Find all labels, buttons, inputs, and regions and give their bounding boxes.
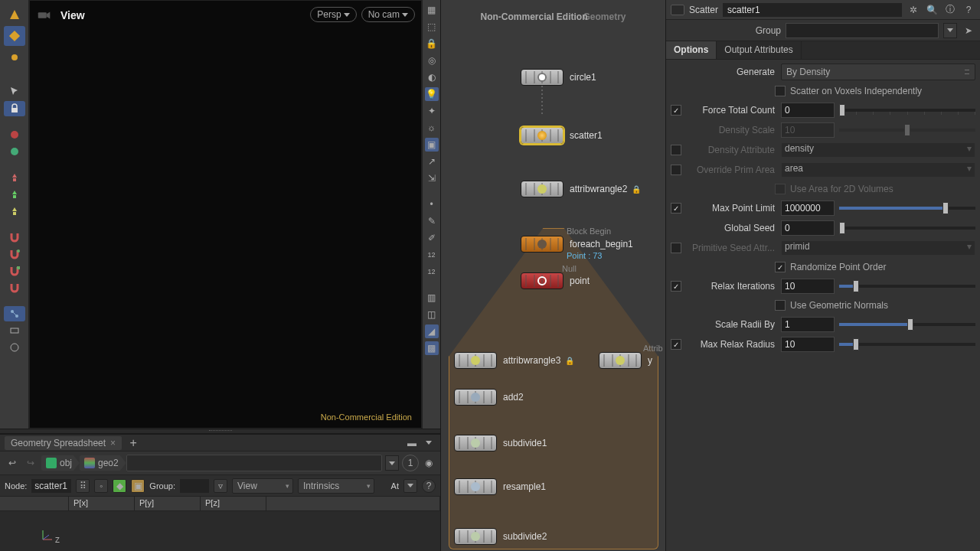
node-circle1[interactable]: circle1: [521, 69, 596, 86]
comp-verts-icon[interactable]: ◦: [94, 479, 108, 493]
tool-box-icon[interactable]: [4, 26, 25, 46]
relax-iter-slider[interactable]: [839, 279, 975, 294]
persp-button[interactable]: Persp: [310, 7, 356, 22]
rail-grid-icon[interactable]: ▥: [425, 291, 439, 305]
path-field[interactable]: [126, 455, 382, 471]
rail-lock-icon[interactable]: 🔒: [425, 37, 439, 51]
rail-pen-icon[interactable]: ✐: [425, 231, 439, 245]
node-resample1[interactable]: resample1: [454, 478, 546, 495]
group-filter-field[interactable]: [180, 479, 209, 493]
link-icon[interactable]: ◉: [422, 456, 436, 470]
tool-misc-icon[interactable]: [4, 340, 25, 355]
path-obj[interactable]: obj: [41, 455, 80, 471]
spreadsheet-body[interactable]: [0, 511, 440, 551]
global-seed-field[interactable]: [781, 220, 835, 236]
rail-lightrig-icon[interactable]: ☼: [425, 121, 439, 135]
tab-close-icon[interactable]: ×: [110, 438, 116, 448]
intrinsics-select[interactable]: Intrinsics: [298, 478, 374, 494]
randomize-check[interactable]: ✓: [775, 262, 786, 272]
force-total-slider[interactable]: [839, 103, 975, 118]
tool-char-a-icon[interactable]: [4, 170, 25, 185]
node-scatter1[interactable]: scatter1: [521, 127, 603, 144]
node-subdivide1[interactable]: subdivide1: [454, 435, 547, 452]
scale-radii-slider[interactable]: [839, 317, 975, 332]
rail-12a-icon[interactable]: 12: [425, 248, 439, 262]
force-total-field[interactable]: [781, 103, 835, 118]
gear-icon[interactable]: ✲: [906, 3, 920, 17]
pane-max-icon[interactable]: [422, 436, 436, 450]
rail-collapse-icon[interactable]: ⇲: [425, 171, 439, 185]
tool-char-c-icon[interactable]: [4, 204, 25, 219]
comp-detail-icon[interactable]: ▣: [131, 479, 145, 493]
rail-ghost-icon[interactable]: ◐: [425, 70, 439, 84]
rail-global-icon[interactable]: ✦: [425, 104, 439, 118]
rail-pick-icon[interactable]: ↗: [425, 155, 439, 168]
node-attrib-right[interactable]: y: [599, 352, 652, 369]
scale-radii-field[interactable]: [781, 317, 835, 332]
max-relax-toggle[interactable]: ✓: [671, 339, 681, 350]
pin-badge[interactable]: 1: [402, 455, 419, 471]
scatter-voxels-check[interactable]: [775, 86, 786, 96]
path-drop-button[interactable]: [385, 455, 399, 471]
nav-fwd-button[interactable]: ↪: [23, 455, 38, 471]
info-icon[interactable]: ⓘ: [943, 3, 957, 17]
tool-magnet-d-icon[interactable]: [4, 280, 25, 295]
tool-create-icon[interactable]: [4, 5, 25, 24]
rail-brush-icon[interactable]: ✎: [425, 214, 439, 228]
rail-shade-icon[interactable]: ◢: [425, 324, 439, 338]
group-field[interactable]: [786, 23, 939, 38]
pane-divider[interactable]: [0, 429, 440, 434]
max-relax-field[interactable]: [781, 337, 835, 352]
rail-material-icon[interactable]: ▣: [425, 138, 439, 152]
max-relax-slider[interactable]: [839, 337, 975, 352]
max-point-toggle[interactable]: ✓: [671, 203, 681, 214]
tool-char-b-icon[interactable]: [4, 187, 25, 202]
tool-net-icon[interactable]: [4, 306, 25, 321]
rail-select-icon[interactable]: ⬚: [425, 20, 439, 34]
tool-magnet-c-icon[interactable]: [4, 263, 25, 279]
spreadsheet-tab[interactable]: Geometry Spreadsheet×: [5, 436, 122, 450]
path-geo[interactable]: geo2: [80, 455, 126, 471]
prim-seed-toggle[interactable]: [671, 243, 681, 253]
node-foreach-begin1[interactable]: foreach_begin1: [521, 236, 633, 253]
network-view[interactable]: Non-Commercial EditionGeometry circle1 s…: [441, 0, 666, 551]
node-point[interactable]: point: [521, 272, 590, 289]
node-subdivide2[interactable]: subdivide2: [454, 528, 547, 545]
node-add2[interactable]: add2: [454, 389, 524, 406]
relax-iter-field[interactable]: [781, 279, 835, 294]
help-icon[interactable]: ?: [422, 479, 436, 493]
at-drop-icon[interactable]: [403, 479, 417, 493]
group-select-button[interactable]: ➤: [962, 23, 975, 38]
scene-viewport[interactable]: View Persp No cam Non-Commercial Edition: [29, 0, 422, 429]
rail-checker-icon[interactable]: ▩: [425, 341, 439, 355]
group-drop-button[interactable]: [943, 23, 957, 38]
tool-sphere-a-icon[interactable]: [4, 127, 25, 142]
generate-select[interactable]: By Density: [781, 64, 975, 80]
rail-dot-icon[interactable]: •: [425, 197, 439, 211]
tool-magnet-a-icon[interactable]: [4, 230, 25, 245]
global-seed-slider[interactable]: [839, 220, 975, 236]
node-attribwrangle3[interactable]: attribwrangle3🔒: [454, 352, 574, 369]
tool-light-icon[interactable]: [4, 47, 25, 67]
view-select[interactable]: View: [232, 478, 293, 494]
tool-select-icon[interactable]: [4, 84, 25, 99]
camera-button[interactable]: No cam: [361, 7, 415, 22]
search-icon[interactable]: 🔍: [925, 3, 939, 17]
geom-normals-check[interactable]: [775, 300, 786, 311]
tab-options[interactable]: Options: [666, 41, 717, 59]
tab-output-attributes[interactable]: Output Attributes: [717, 41, 801, 59]
group-pick-icon[interactable]: ▿: [214, 479, 227, 493]
tool-magnet-b-icon[interactable]: [4, 246, 25, 262]
override-prim-toggle[interactable]: [671, 165, 681, 175]
node-field[interactable]: [31, 479, 71, 493]
nav-back-button[interactable]: ↩: [5, 455, 20, 471]
tool-clip-icon[interactable]: [4, 323, 25, 338]
max-point-field[interactable]: [781, 201, 835, 216]
comp-points-icon[interactable]: ⠿: [76, 479, 90, 493]
pane-menu-icon[interactable]: ▬: [405, 436, 419, 450]
rail-12b-icon[interactable]: 12: [425, 265, 439, 279]
rail-bulb-icon[interactable]: 💡: [425, 87, 439, 101]
comp-prims-icon[interactable]: ◆: [113, 479, 126, 493]
max-point-slider[interactable]: [839, 201, 975, 216]
rail-ortho-icon[interactable]: ◫: [425, 308, 439, 321]
